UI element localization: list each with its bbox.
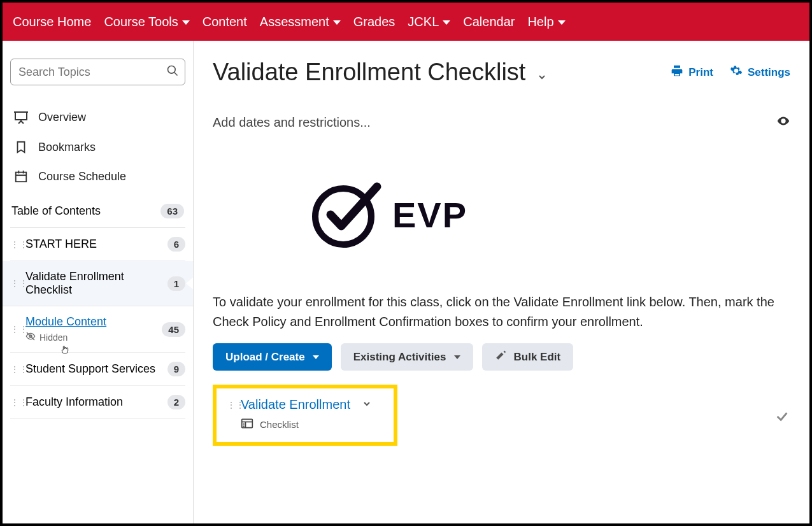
toc-header[interactable]: Table of Contents 63 (10, 191, 185, 228)
print-button[interactable]: Print (671, 64, 713, 80)
chevron-down-icon (313, 355, 319, 359)
drag-handle-icon[interactable]: ⋮⋮ (10, 397, 25, 408)
chevron-down-icon (558, 20, 566, 25)
upload-create-button[interactable]: Upload / Create (213, 343, 332, 371)
print-label: Print (688, 66, 713, 79)
chevron-down-icon[interactable] (362, 399, 372, 411)
highlighted-checklist-item: ⋮⋮ Validate Enrollment (213, 385, 397, 446)
upload-create-label: Upload / Create (225, 351, 305, 364)
sidebar-schedule-label: Course Schedule (38, 170, 126, 183)
chevron-down-icon (454, 355, 460, 359)
svg-line-6 (21, 121, 24, 124)
toc-item-validate-enrollment[interactable]: ⋮⋮ Validate Enrollment Checklist 1 (3, 261, 193, 306)
evp-logo-area: EVP (213, 137, 790, 292)
completion-check-icon[interactable] (775, 403, 790, 427)
title-dropdown-icon[interactable] (537, 72, 547, 85)
hidden-label: Hidden (39, 332, 68, 343)
content-sidebar: Overview Bookmarks Course Schedule Table… (3, 41, 194, 523)
print-icon (671, 64, 683, 80)
chevron-down-icon (443, 20, 450, 25)
svg-rect-7 (16, 173, 27, 182)
toc-count-badge: 63 (160, 204, 184, 218)
svg-point-0 (168, 66, 176, 74)
toc-item-start-here[interactable]: ⋮⋮ START HERE 6 (10, 228, 185, 261)
nav-assessment[interactable]: Assessment (253, 3, 347, 41)
toc-item-count: 1 (167, 276, 185, 291)
nav-content[interactable]: Content (196, 3, 253, 41)
toc-item-label: Faculty Information (25, 395, 167, 409)
toc-item-label: Validate Enrollment Checklist (25, 270, 167, 297)
nav-help[interactable]: Help (521, 3, 571, 41)
nav-course-tools[interactable]: Course Tools (97, 3, 196, 41)
svg-line-1 (175, 73, 178, 76)
bookmark-icon (13, 140, 29, 154)
sidebar-bookmarks-label: Bookmarks (38, 141, 96, 154)
gear-icon (730, 64, 743, 80)
toc-item-count: 9 (167, 362, 185, 376)
toc-item-label: START HERE (25, 238, 167, 251)
top-navbar: Course Home Course Tools Content Assessm… (3, 3, 809, 41)
nav-calendar[interactable]: Calendar (457, 3, 521, 41)
drag-handle-icon[interactable]: ⋮⋮ (10, 278, 25, 288)
bulk-edit-label: Bulk Edit (514, 351, 561, 364)
evp-logo-text: EVP (392, 194, 467, 236)
existing-activities-label: Existing Activities (353, 351, 446, 364)
presentation-icon (13, 110, 29, 125)
toc-item-label[interactable]: Module Content (25, 315, 106, 328)
edit-icon (495, 350, 506, 364)
toc-item-faculty-info[interactable]: ⋮⋮ Faculty Information 2 (10, 386, 185, 419)
existing-activities-button[interactable]: Existing Activities (341, 343, 473, 371)
drag-handle-icon[interactable]: ⋮⋮ (10, 364, 25, 374)
drag-handle-icon[interactable]: ⋮⋮ (10, 239, 25, 250)
sidebar-overview[interactable]: Overview (10, 102, 185, 132)
toc-item-count: 45 (162, 322, 185, 337)
sidebar-overview-label: Overview (38, 111, 86, 124)
hidden-icon (25, 331, 36, 343)
toc-item-count: 2 (167, 395, 185, 409)
toc-label: Table of Contents (11, 204, 101, 218)
sidebar-schedule[interactable]: Course Schedule (10, 162, 185, 191)
chevron-down-icon (333, 20, 341, 25)
nav-grades[interactable]: Grades (347, 3, 402, 41)
drag-handle-icon[interactable]: ⋮⋮ (10, 324, 25, 334)
search-input-wrap[interactable] (10, 59, 185, 85)
toc-item-student-support[interactable]: ⋮⋮ Student Support Services 9 (10, 353, 185, 386)
checkmark-circle-icon (308, 175, 385, 254)
drag-handle-icon[interactable]: ⋮⋮ (227, 397, 241, 410)
calendar-icon (13, 169, 29, 183)
search-input[interactable] (18, 66, 166, 79)
nav-course-home[interactable]: Course Home (6, 3, 97, 41)
sidebar-bookmarks[interactable]: Bookmarks (10, 132, 185, 162)
toc-item-module-content[interactable]: ⋮⋮ Module Content Hidden 45 (10, 306, 185, 353)
checklist-item-type: Checklist (260, 419, 299, 430)
checklist-icon (241, 417, 253, 432)
module-description: To validate your enrollment for this cla… (213, 292, 790, 332)
settings-button[interactable]: Settings (730, 64, 790, 80)
search-icon[interactable] (166, 64, 179, 80)
bulk-edit-button[interactable]: Bulk Edit (482, 343, 574, 371)
settings-label: Settings (748, 66, 790, 79)
page-title: Validate Enrollment Checklist (213, 59, 525, 86)
add-dates-restrictions[interactable]: Add dates and restrictions... (213, 115, 371, 130)
nav-jckl[interactable]: JCKL (401, 3, 457, 41)
visibility-icon[interactable] (776, 114, 790, 131)
main-content: Validate Enrollment Checklist Print Sett… (194, 41, 809, 523)
svg-rect-18 (243, 423, 245, 425)
toc-item-count: 6 (167, 237, 185, 252)
toc-item-label: Student Support Services (25, 362, 167, 376)
chevron-down-icon (182, 20, 190, 25)
svg-rect-2 (15, 112, 27, 120)
svg-rect-19 (243, 425, 245, 427)
checklist-item-title[interactable]: Validate Enrollment (241, 397, 350, 412)
